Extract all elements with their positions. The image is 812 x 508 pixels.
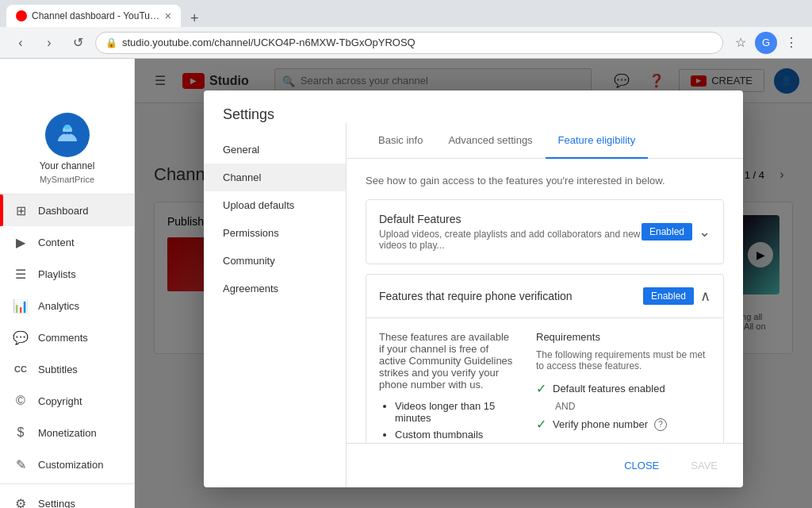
sidebar-item-subtitles[interactable]: CC Subtitles xyxy=(0,353,134,385)
settings-nav-community[interactable]: Community xyxy=(204,247,346,275)
settings-sidebar: General Channel Upload defaults Permissi… xyxy=(204,123,347,487)
save-button[interactable]: SAVE xyxy=(678,453,730,478)
phone-features-card: Features that require phone verification… xyxy=(366,274,724,443)
sidebar-item-playlists[interactable]: ☰ Playlists xyxy=(0,258,134,290)
copyright-icon: © xyxy=(13,393,29,409)
settings-icon: ⚙ xyxy=(13,495,29,508)
check-icon-2: ✓ xyxy=(536,417,546,432)
tab-close-icon[interactable]: × xyxy=(165,10,171,22)
lock-icon: 🔒 xyxy=(105,37,117,48)
default-features-desc: Upload videos, create playlists and add … xyxy=(379,229,642,251)
sidebar-item-customization[interactable]: ✎ Customization xyxy=(0,448,134,480)
main-content: ☰ Studio 🔍 💬 ❓ CREATE 👤 xyxy=(135,59,812,508)
close-button[interactable]: CLOSE xyxy=(611,453,672,478)
sidebar-item-copyright[interactable]: © Copyright xyxy=(0,385,134,417)
phone-features-status: Enabled ∧ xyxy=(643,287,710,305)
phone-features-left: These features are available if your cha… xyxy=(379,331,517,443)
default-features-header[interactable]: Default Features Upload videos, create p… xyxy=(366,200,723,264)
nav-items: ⊞ Dashboard ▶ Content ☰ Playlists 📊 Anal… xyxy=(0,194,134,508)
channel-name: Your channel xyxy=(40,160,95,171)
forward-button[interactable]: › xyxy=(38,32,60,54)
modal-title: Settings xyxy=(204,90,743,123)
channel-avatar xyxy=(45,113,90,157)
comments-icon: 💬 xyxy=(13,329,29,345)
bookmark-button[interactable]: ☆ xyxy=(730,32,752,54)
modal-footer: CLOSE SAVE xyxy=(347,443,743,487)
browser-toolbar: ‹ › ↺ 🔒 studio.youtube.com/channel/UCKO4… xyxy=(0,27,812,59)
menu-button[interactable]: ⋮ xyxy=(780,32,802,54)
phone-features-list: Videos longer than 15 minutes Custom thu… xyxy=(395,400,517,443)
dashboard-icon: ⊞ xyxy=(13,202,29,218)
default-features-card: Default Features Upload videos, create p… xyxy=(366,199,724,264)
default-features-title: Default Features xyxy=(379,213,642,225)
feature-item-1: Videos longer than 15 minutes xyxy=(395,400,517,424)
tab-favicon xyxy=(16,10,27,21)
playlists-icon: ☰ xyxy=(13,266,29,282)
channel-handle: MySmartPrice xyxy=(40,175,94,184)
settings-description: See how to gain access to the features y… xyxy=(366,175,724,187)
address-text: studio.youtube.com/channel/UCKO4P-n6MXW-… xyxy=(122,37,416,48)
chevron-up-icon[interactable]: ∧ xyxy=(700,287,710,305)
svg-point-2 xyxy=(64,125,71,129)
requirement-label-1: Default features enabled xyxy=(553,383,665,394)
phone-features-header[interactable]: Features that require phone verification… xyxy=(366,275,723,318)
browser-chrome: Channel dashboard - YouTube × + ‹ › ↺ 🔒 … xyxy=(0,0,812,59)
sidebar-item-settings[interactable]: ⚙ Settings xyxy=(0,487,134,508)
settings-layout: General Channel Upload defaults Permissi… xyxy=(204,123,743,487)
left-nav: Your channel MySmartPrice ⊞ Dashboard ▶ … xyxy=(0,59,135,508)
requirements-title: Requirements xyxy=(536,331,710,343)
new-tab-button[interactable]: + xyxy=(184,10,205,27)
requirement-item-2: ✓ Verify phone number ? xyxy=(536,417,710,432)
nav-divider xyxy=(0,483,134,484)
address-bar[interactable]: 🔒 studio.youtube.com/channel/UCKO4P-n6MX… xyxy=(95,32,723,54)
tab-title: Channel dashboard - YouTube xyxy=(32,10,160,21)
phone-features-body: These features are available if your cha… xyxy=(366,318,723,443)
browser-actions: ☆ G ⋮ xyxy=(730,32,802,54)
browser-tabs: Channel dashboard - YouTube × + xyxy=(0,0,812,27)
sidebar-item-content[interactable]: ▶ Content xyxy=(0,226,134,258)
settings-nav-channel[interactable]: Channel xyxy=(204,164,346,191)
settings-tabs: Basic info Advanced settings Feature eli… xyxy=(347,123,743,159)
and-text: AND xyxy=(555,401,710,412)
sidebar-item-dashboard[interactable]: ⊞ Dashboard xyxy=(0,194,134,226)
profile-button[interactable]: G xyxy=(755,32,777,54)
customization-icon: ✎ xyxy=(13,456,29,472)
refresh-button[interactable]: ↺ xyxy=(67,32,89,54)
settings-nav-general[interactable]: General xyxy=(204,136,346,164)
phone-features-right: Requirements The following requirements … xyxy=(536,331,710,443)
phone-features-badge: Enabled xyxy=(643,287,694,305)
requirement-item-1: ✓ Default features enabled xyxy=(536,381,710,396)
app-layout: Your channel MySmartPrice ⊞ Dashboard ▶ … xyxy=(0,59,812,508)
default-features-badge: Enabled xyxy=(642,223,692,241)
sidebar-item-analytics[interactable]: 📊 Analytics xyxy=(0,290,134,321)
tab-basic-info[interactable]: Basic info xyxy=(366,123,435,159)
analytics-icon: 📊 xyxy=(13,298,29,314)
phone-features-desc: These features are available if your cha… xyxy=(379,331,517,391)
check-icon-1: ✓ xyxy=(536,381,546,396)
tab-advanced-settings[interactable]: Advanced settings xyxy=(435,123,545,159)
settings-content: See how to gain access to the features y… xyxy=(347,159,743,443)
settings-nav-upload-defaults[interactable]: Upload defaults xyxy=(204,191,346,219)
monetization-icon: $ xyxy=(13,425,29,441)
sidebar-item-monetization[interactable]: $ Monetization xyxy=(0,417,134,448)
channel-info: Your channel MySmartPrice xyxy=(0,103,134,194)
requirements-desc: The following requirements must be met t… xyxy=(536,349,710,371)
browser-tab-active: Channel dashboard - YouTube × xyxy=(6,5,181,27)
chevron-down-icon[interactable]: ⌄ xyxy=(699,223,710,241)
back-button[interactable]: ‹ xyxy=(10,32,32,54)
settings-nav-permissions[interactable]: Permissions xyxy=(204,219,346,247)
help-icon[interactable]: ? xyxy=(654,418,667,431)
default-features-status: Enabled ⌄ xyxy=(642,223,710,241)
settings-nav-agreements[interactable]: Agreements xyxy=(204,275,346,302)
requirement-label-2: Verify phone number xyxy=(553,418,648,430)
modal-overlay: Settings General Channel Upload defaults… xyxy=(135,59,812,508)
feature-item-2: Custom thumbnails xyxy=(395,429,517,441)
sidebar-item-comments[interactable]: 💬 Comments xyxy=(0,321,134,353)
settings-modal: Settings General Channel Upload defaults… xyxy=(204,90,743,487)
tab-feature-eligibility[interactable]: Feature eligibility xyxy=(546,123,649,159)
phone-features-title: Features that require phone verification xyxy=(379,290,573,302)
settings-main: Basic info Advanced settings Feature eli… xyxy=(347,123,743,487)
subtitles-icon: CC xyxy=(13,361,29,377)
content-icon: ▶ xyxy=(13,234,29,250)
